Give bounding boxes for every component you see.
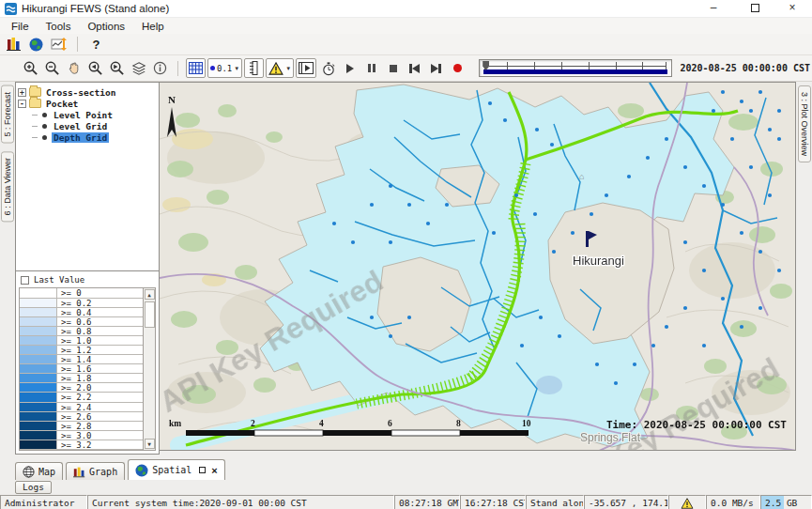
legend-value: >= 2.4 xyxy=(57,403,92,411)
skip-start-button[interactable] xyxy=(405,58,424,78)
contour-interval-dropdown[interactable]: 0.1▼ xyxy=(207,58,242,78)
help-button[interactable]: ? xyxy=(86,35,106,54)
last-value-label: Last Value xyxy=(34,275,84,285)
play-icon xyxy=(346,64,354,73)
layers-icon xyxy=(131,61,146,76)
maximize-panel-icon[interactable] xyxy=(199,467,206,473)
legend-swatch xyxy=(20,403,57,411)
stop-icon xyxy=(390,65,397,72)
legend-row: >= 0.4 xyxy=(20,308,143,317)
legend-row: >= 3.0 xyxy=(20,431,143,440)
status-user: Administrator xyxy=(0,495,87,509)
chevron-down-icon: ▼ xyxy=(234,66,239,71)
legend-rows: >= 0>= 0.2>= 0.4>= 0.6>= 0.8>= 1.0>= 1.2… xyxy=(20,288,143,450)
menu-file[interactable]: File xyxy=(3,21,38,32)
menu-tools[interactable]: Tools xyxy=(38,21,80,32)
menu-options[interactable]: Options xyxy=(79,21,133,32)
chevron-down-icon: ▼ xyxy=(285,66,291,71)
zoom-previous-icon xyxy=(87,60,103,76)
scale-bar-button[interactable] xyxy=(244,58,264,78)
skip-end-button[interactable] xyxy=(426,58,446,78)
legend-row: >= 1.6 xyxy=(20,364,143,374)
zoom-next-button[interactable] xyxy=(107,58,127,78)
warning-icon xyxy=(268,62,283,75)
legend-row: >= 0.8 xyxy=(20,327,143,336)
legend-value: >= 0.6 xyxy=(57,317,92,326)
grid-display-button[interactable] xyxy=(186,58,206,78)
pan-button[interactable] xyxy=(64,58,84,78)
legend-value: >= 3.0 xyxy=(57,431,92,440)
record-button[interactable] xyxy=(448,58,467,78)
legend-row: >= 0.6 xyxy=(20,317,143,327)
close-button[interactable]: × xyxy=(773,0,812,17)
expand-icon[interactable]: + xyxy=(18,88,26,97)
scrollbar-thumb[interactable] xyxy=(145,301,155,328)
time-slider[interactable] xyxy=(479,59,671,77)
collapse-icon[interactable]: - xyxy=(18,100,26,108)
stop-button[interactable] xyxy=(383,58,403,78)
reset-time-button[interactable] xyxy=(318,58,338,78)
maximize-button[interactable] xyxy=(733,0,773,17)
legend-swatch xyxy=(20,440,57,449)
legend-panel: Last Value >= 0>= 0.2>= 0.4>= 0.6>= 0.8>… xyxy=(16,271,159,454)
skip-start-icon xyxy=(409,64,420,73)
legend-scrollbar[interactable]: ▲ ▼ xyxy=(143,288,155,450)
zoom-out-button[interactable] xyxy=(42,58,62,78)
toolbar-separator xyxy=(77,37,78,52)
legend-row: >= 1.8 xyxy=(20,374,143,383)
tree-item-cross-section[interactable]: + Cross-section xyxy=(18,86,157,98)
tab-spatial[interactable]: Spatial × xyxy=(128,459,225,480)
tree-item-pocket[interactable]: - Pocket xyxy=(18,98,157,109)
zoom-in-button[interactable] xyxy=(21,58,40,78)
map-toolbar: 0.1▼ ▼ 2020-08-25 00:00:00 CST xyxy=(0,55,812,82)
legend-value: >= 0.8 xyxy=(57,327,92,335)
tree-item-depth-grid[interactable]: Depth Grid xyxy=(18,131,157,143)
map-view[interactable]: ⌂ API Key Required API Key Required Hiku… xyxy=(160,82,796,451)
legend-value: >= 2.0 xyxy=(57,383,92,392)
tab-map[interactable]: Map xyxy=(15,462,63,480)
menu-bar: File Tools Options Help xyxy=(0,18,812,34)
last-value-checkbox[interactable] xyxy=(21,276,29,285)
close-panel-icon[interactable]: × xyxy=(211,465,217,476)
tab-forecast[interactable]: 5 : Forecast xyxy=(1,85,14,144)
animation-button[interactable] xyxy=(296,58,316,78)
skip-end-icon xyxy=(431,64,441,73)
status-warning[interactable] xyxy=(668,495,706,509)
pause-icon xyxy=(367,63,376,74)
legend-value: >= 0.4 xyxy=(57,308,92,316)
zoom-previous-button[interactable] xyxy=(85,58,105,78)
zoom-in-icon xyxy=(23,60,38,76)
svg-text:2: 2 xyxy=(251,419,255,428)
layers-button[interactable] xyxy=(129,58,148,78)
scroll-down-icon[interactable]: ▼ xyxy=(145,439,155,449)
status-local-time: 16:27:18 CST xyxy=(460,495,526,509)
bar-chart-icon xyxy=(73,466,85,478)
scroll-up-icon[interactable]: ▲ xyxy=(145,289,155,300)
legend-row: >= 2.8 xyxy=(20,422,143,431)
play-button[interactable] xyxy=(340,58,360,78)
toolbar-separator xyxy=(177,61,178,76)
zoom-out-icon xyxy=(44,60,60,76)
time-span-bar xyxy=(483,69,666,74)
tab-plot-overview[interactable]: 3 : Plot Overview xyxy=(798,85,811,162)
svg-text:10: 10 xyxy=(522,419,531,428)
view-tab-bar: Map Graph Spatial × xyxy=(0,459,812,480)
pause-button[interactable] xyxy=(361,58,381,78)
logs-button[interactable]: Logs xyxy=(15,481,52,494)
map-display-button[interactable] xyxy=(26,35,46,54)
stopwatch-icon xyxy=(321,61,336,76)
legend-value: >= 2.8 xyxy=(57,422,92,430)
explorer-button[interactable] xyxy=(4,35,23,54)
warnings-dropdown-button[interactable]: ▼ xyxy=(266,58,294,78)
legend-row: >= 2.0 xyxy=(20,383,143,393)
tab-data-viewer[interactable]: 6 : Data Viewer xyxy=(1,151,14,222)
tree-item-level-point[interactable]: Level Point xyxy=(18,109,157,120)
info-button[interactable] xyxy=(150,58,170,78)
menu-help[interactable]: Help xyxy=(133,21,173,32)
tree-item-level-grid[interactable]: Level Grid xyxy=(18,120,157,131)
minimize-button[interactable]: – xyxy=(694,0,733,17)
main-area: 5 : Forecast 6 : Data Viewer + Cross-sec… xyxy=(0,82,812,459)
tab-graph[interactable]: Graph xyxy=(66,462,125,480)
bullet-icon xyxy=(42,113,47,117)
spatial-display-button[interactable] xyxy=(49,35,69,54)
